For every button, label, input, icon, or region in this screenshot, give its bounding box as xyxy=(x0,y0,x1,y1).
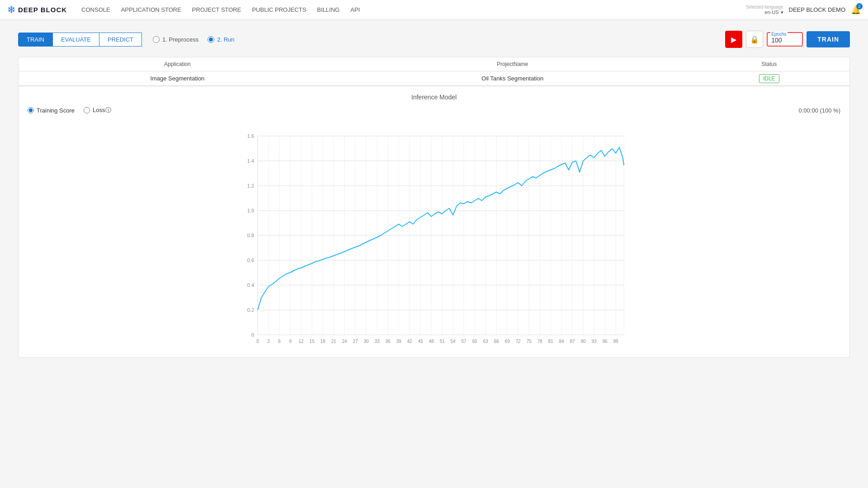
svg-text:24: 24 xyxy=(342,339,347,344)
status-badge: IDLE xyxy=(759,74,779,83)
language-selector[interactable]: Selected language en-US ▾ xyxy=(746,5,783,15)
svg-text:0: 0 xyxy=(251,332,254,338)
logo[interactable]: ❄ DEEP BLOCK xyxy=(7,4,67,16)
svg-text:1.2: 1.2 xyxy=(247,183,254,188)
svg-text:96: 96 xyxy=(602,339,608,344)
svg-text:1.4: 1.4 xyxy=(247,158,254,164)
nav-links: CONSOLE APPLICATION STORE PROJECT STORE … xyxy=(81,6,746,13)
application-cell: Image Segmentation xyxy=(19,71,336,86)
project-name-cell: Oil Tanks Segmentation xyxy=(336,71,689,86)
loss-label: Lossⓘ xyxy=(93,106,111,114)
svg-text:78: 78 xyxy=(537,339,542,344)
radio-loss[interactable]: Lossⓘ xyxy=(84,106,111,114)
svg-text:57: 57 xyxy=(461,339,467,344)
chart-panel: Inference Model Training Score Lossⓘ 0:0… xyxy=(18,86,850,358)
loss-radio[interactable] xyxy=(84,107,90,113)
run-radio[interactable] xyxy=(208,36,214,43)
preprocess-label: 1. Preprocess xyxy=(162,36,198,43)
svg-text:9: 9 xyxy=(289,339,292,344)
table-row: Image Segmentation Oil Tanks Segmentatio… xyxy=(19,71,850,86)
svg-text:84: 84 xyxy=(559,339,564,344)
svg-text:0.4: 0.4 xyxy=(247,282,254,288)
svg-text:33: 33 xyxy=(374,339,380,344)
info-table: Application ProjectName Status Image Seg… xyxy=(18,57,850,86)
run-label: 2. Run xyxy=(217,36,234,43)
nav-billing[interactable]: BILLING xyxy=(317,6,340,13)
svg-text:51: 51 xyxy=(439,339,445,344)
svg-text:6: 6 xyxy=(278,339,281,344)
toolbar-right: ▶ 🔒 Epochs TRAIN xyxy=(725,31,850,48)
tabs-row: TRAIN EVALUATE PREDICT 1. Preprocess 2. … xyxy=(18,31,850,48)
radio-training-score[interactable]: Training Score xyxy=(28,107,75,114)
svg-text:18: 18 xyxy=(320,339,326,344)
svg-text:0: 0 xyxy=(256,339,259,344)
svg-text:63: 63 xyxy=(483,339,488,344)
nav-public-projects[interactable]: PUBLIC PROJECTS xyxy=(252,6,306,13)
main-content: TRAIN EVALUATE PREDICT 1. Preprocess 2. … xyxy=(0,20,868,369)
nav-api[interactable]: API xyxy=(350,6,360,13)
tab-train[interactable]: TRAIN xyxy=(18,33,53,47)
svg-text:3: 3 xyxy=(267,339,270,344)
notification-badge: 2 xyxy=(856,3,863,9)
col-application: Application xyxy=(19,57,336,71)
training-score-label: Training Score xyxy=(37,107,75,114)
train-button[interactable]: TRAIN xyxy=(807,31,850,47)
svg-text:1.6: 1.6 xyxy=(247,133,254,139)
svg-text:90: 90 xyxy=(580,339,586,344)
svg-text:27: 27 xyxy=(353,339,358,344)
svg-text:0.8: 0.8 xyxy=(247,233,254,238)
lang-row: en-US ▾ xyxy=(764,9,783,15)
chart-title: Inference Model xyxy=(23,94,845,101)
svg-text:12: 12 xyxy=(298,339,304,344)
step-run[interactable]: 2. Run xyxy=(208,36,234,43)
lang-label: Selected language xyxy=(746,5,783,9)
chart-controls: Training Score Lossⓘ 0:00:00 (100 %) xyxy=(23,106,845,114)
training-score-radio[interactable] xyxy=(28,107,34,113)
svg-text:21: 21 xyxy=(331,339,336,344)
status-cell: IDLE xyxy=(689,71,849,86)
epochs-label: Epochs xyxy=(770,32,787,37)
tab-predict[interactable]: PREDICT xyxy=(99,33,142,47)
user-name: DEEP BLOCK DEMO xyxy=(789,6,845,13)
nav-console[interactable]: CONSOLE xyxy=(81,6,110,13)
navbar: ❄ DEEP BLOCK CONSOLE APPLICATION STORE P… xyxy=(0,0,868,20)
play-icon: ▶ xyxy=(731,35,736,44)
tab-evaluate[interactable]: EVALUATE xyxy=(53,33,99,47)
svg-text:48: 48 xyxy=(429,339,434,344)
svg-text:0.2: 0.2 xyxy=(247,307,254,313)
col-status: Status xyxy=(689,57,849,71)
notification-bell[interactable]: 🔔 2 xyxy=(851,5,861,15)
preprocess-radio[interactable] xyxy=(153,36,160,43)
svg-text:30: 30 xyxy=(363,339,369,344)
nav-app-store[interactable]: APPLICATION STORE xyxy=(121,6,181,13)
step-radio-group: 1. Preprocess 2. Run xyxy=(153,36,235,43)
step-preprocess[interactable]: 1. Preprocess xyxy=(153,36,198,43)
lang-value: en-US xyxy=(764,9,778,15)
lock-button[interactable]: 🔒 xyxy=(746,31,763,48)
svg-text:60: 60 xyxy=(472,339,477,344)
logo-text: DEEP BLOCK xyxy=(18,6,67,14)
svg-text:42: 42 xyxy=(407,339,412,344)
svg-text:15: 15 xyxy=(309,339,315,344)
chart-svg: 0 0.2 0.4 0.6 0.8 1.0 1.2 1.4 1.6 0 3 6 … xyxy=(23,118,845,353)
chart-container: 0 0.2 0.4 0.6 0.8 1.0 1.2 1.4 1.6 0 3 6 … xyxy=(23,118,845,353)
navbar-right: Selected language en-US ▾ DEEP BLOCK DEM… xyxy=(746,5,861,15)
svg-text:54: 54 xyxy=(450,339,456,344)
chart-radio-group: Training Score Lossⓘ xyxy=(28,106,111,114)
svg-text:75: 75 xyxy=(526,339,532,344)
col-project-name: ProjectName xyxy=(336,57,689,71)
svg-text:81: 81 xyxy=(548,339,553,344)
svg-text:72: 72 xyxy=(515,339,521,344)
nav-project-store[interactable]: PROJECT STORE xyxy=(192,6,241,13)
training-score-line xyxy=(258,147,624,310)
play-button[interactable]: ▶ xyxy=(725,31,742,48)
svg-text:93: 93 xyxy=(591,339,597,344)
svg-text:36: 36 xyxy=(385,339,391,344)
logo-icon: ❄ xyxy=(7,4,15,16)
svg-text:0.6: 0.6 xyxy=(247,258,254,263)
chart-timer: 0:00:00 (100 %) xyxy=(798,107,840,114)
lock-icon: 🔒 xyxy=(750,35,759,44)
chevron-down-icon: ▾ xyxy=(781,9,783,15)
svg-text:99: 99 xyxy=(613,339,618,344)
epochs-box: Epochs xyxy=(767,32,803,47)
